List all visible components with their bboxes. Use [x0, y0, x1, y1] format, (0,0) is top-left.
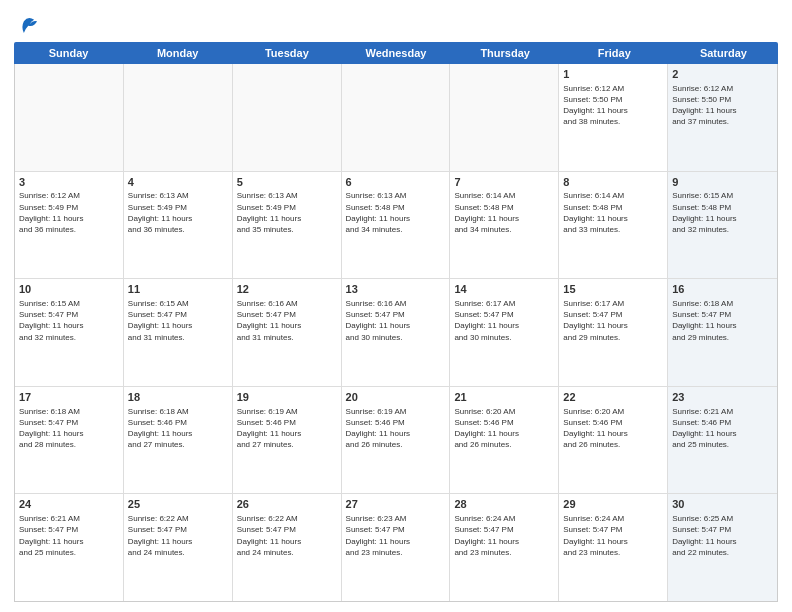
day-number: 12 [237, 282, 337, 297]
calendar-body: 1Sunrise: 6:12 AM Sunset: 5:50 PM Daylig… [14, 64, 778, 602]
calendar-cell: 15Sunrise: 6:17 AM Sunset: 5:47 PM Dayli… [559, 279, 668, 386]
weekday-header: Wednesday [341, 42, 450, 64]
cell-info: Sunrise: 6:17 AM Sunset: 5:47 PM Dayligh… [454, 298, 554, 343]
cell-info: Sunrise: 6:24 AM Sunset: 5:47 PM Dayligh… [454, 513, 554, 558]
calendar-cell: 24Sunrise: 6:21 AM Sunset: 5:47 PM Dayli… [15, 494, 124, 601]
calendar-cell: 1Sunrise: 6:12 AM Sunset: 5:50 PM Daylig… [559, 64, 668, 171]
cell-info: Sunrise: 6:14 AM Sunset: 5:48 PM Dayligh… [454, 190, 554, 235]
day-number: 20 [346, 390, 446, 405]
calendar-cell: 19Sunrise: 6:19 AM Sunset: 5:46 PM Dayli… [233, 387, 342, 494]
cell-info: Sunrise: 6:22 AM Sunset: 5:47 PM Dayligh… [237, 513, 337, 558]
cell-info: Sunrise: 6:12 AM Sunset: 5:50 PM Dayligh… [672, 83, 773, 128]
calendar-cell: 12Sunrise: 6:16 AM Sunset: 5:47 PM Dayli… [233, 279, 342, 386]
calendar-cell: 3Sunrise: 6:12 AM Sunset: 5:49 PM Daylig… [15, 172, 124, 279]
calendar-cell [15, 64, 124, 171]
day-number: 5 [237, 175, 337, 190]
calendar-cell: 21Sunrise: 6:20 AM Sunset: 5:46 PM Dayli… [450, 387, 559, 494]
calendar-cell: 29Sunrise: 6:24 AM Sunset: 5:47 PM Dayli… [559, 494, 668, 601]
day-number: 17 [19, 390, 119, 405]
calendar-cell: 9Sunrise: 6:15 AM Sunset: 5:48 PM Daylig… [668, 172, 777, 279]
day-number: 26 [237, 497, 337, 512]
cell-info: Sunrise: 6:24 AM Sunset: 5:47 PM Dayligh… [563, 513, 663, 558]
day-number: 24 [19, 497, 119, 512]
calendar-row: 10Sunrise: 6:15 AM Sunset: 5:47 PM Dayli… [15, 279, 777, 387]
calendar-cell: 13Sunrise: 6:16 AM Sunset: 5:47 PM Dayli… [342, 279, 451, 386]
day-number: 22 [563, 390, 663, 405]
cell-info: Sunrise: 6:16 AM Sunset: 5:47 PM Dayligh… [346, 298, 446, 343]
calendar-cell: 11Sunrise: 6:15 AM Sunset: 5:47 PM Dayli… [124, 279, 233, 386]
weekday-header: Tuesday [232, 42, 341, 64]
weekday-header: Friday [560, 42, 669, 64]
day-number: 15 [563, 282, 663, 297]
day-number: 23 [672, 390, 773, 405]
cell-info: Sunrise: 6:19 AM Sunset: 5:46 PM Dayligh… [346, 406, 446, 451]
cell-info: Sunrise: 6:21 AM Sunset: 5:46 PM Dayligh… [672, 406, 773, 451]
cell-info: Sunrise: 6:15 AM Sunset: 5:47 PM Dayligh… [19, 298, 119, 343]
day-number: 18 [128, 390, 228, 405]
day-number: 25 [128, 497, 228, 512]
day-number: 30 [672, 497, 773, 512]
cell-info: Sunrise: 6:13 AM Sunset: 5:49 PM Dayligh… [237, 190, 337, 235]
calendar-row: 24Sunrise: 6:21 AM Sunset: 5:47 PM Dayli… [15, 494, 777, 601]
day-number: 1 [563, 67, 663, 82]
calendar-cell: 7Sunrise: 6:14 AM Sunset: 5:48 PM Daylig… [450, 172, 559, 279]
cell-info: Sunrise: 6:16 AM Sunset: 5:47 PM Dayligh… [237, 298, 337, 343]
calendar-cell [233, 64, 342, 171]
cell-info: Sunrise: 6:12 AM Sunset: 5:49 PM Dayligh… [19, 190, 119, 235]
calendar-row: 1Sunrise: 6:12 AM Sunset: 5:50 PM Daylig… [15, 64, 777, 172]
calendar-cell: 10Sunrise: 6:15 AM Sunset: 5:47 PM Dayli… [15, 279, 124, 386]
cell-info: Sunrise: 6:19 AM Sunset: 5:46 PM Dayligh… [237, 406, 337, 451]
day-number: 6 [346, 175, 446, 190]
cell-info: Sunrise: 6:18 AM Sunset: 5:47 PM Dayligh… [672, 298, 773, 343]
page: SundayMondayTuesdayWednesdayThursdayFrid… [0, 0, 792, 612]
calendar-cell: 14Sunrise: 6:17 AM Sunset: 5:47 PM Dayli… [450, 279, 559, 386]
day-number: 19 [237, 390, 337, 405]
weekday-header: Sunday [14, 42, 123, 64]
calendar-cell: 8Sunrise: 6:14 AM Sunset: 5:48 PM Daylig… [559, 172, 668, 279]
day-number: 3 [19, 175, 119, 190]
day-number: 8 [563, 175, 663, 190]
calendar-cell: 23Sunrise: 6:21 AM Sunset: 5:46 PM Dayli… [668, 387, 777, 494]
cell-info: Sunrise: 6:15 AM Sunset: 5:48 PM Dayligh… [672, 190, 773, 235]
header [14, 10, 778, 36]
day-number: 2 [672, 67, 773, 82]
weekday-header: Monday [123, 42, 232, 64]
cell-info: Sunrise: 6:23 AM Sunset: 5:47 PM Dayligh… [346, 513, 446, 558]
day-number: 7 [454, 175, 554, 190]
day-number: 10 [19, 282, 119, 297]
calendar-cell: 22Sunrise: 6:20 AM Sunset: 5:46 PM Dayli… [559, 387, 668, 494]
calendar-cell: 25Sunrise: 6:22 AM Sunset: 5:47 PM Dayli… [124, 494, 233, 601]
calendar-cell: 20Sunrise: 6:19 AM Sunset: 5:46 PM Dayli… [342, 387, 451, 494]
day-number: 28 [454, 497, 554, 512]
calendar: SundayMondayTuesdayWednesdayThursdayFrid… [14, 42, 778, 602]
calendar-cell: 17Sunrise: 6:18 AM Sunset: 5:47 PM Dayli… [15, 387, 124, 494]
day-number: 21 [454, 390, 554, 405]
calendar-cell: 5Sunrise: 6:13 AM Sunset: 5:49 PM Daylig… [233, 172, 342, 279]
day-number: 29 [563, 497, 663, 512]
cell-info: Sunrise: 6:22 AM Sunset: 5:47 PM Dayligh… [128, 513, 228, 558]
day-number: 9 [672, 175, 773, 190]
cell-info: Sunrise: 6:13 AM Sunset: 5:48 PM Dayligh… [346, 190, 446, 235]
calendar-cell: 26Sunrise: 6:22 AM Sunset: 5:47 PM Dayli… [233, 494, 342, 601]
cell-info: Sunrise: 6:12 AM Sunset: 5:50 PM Dayligh… [563, 83, 663, 128]
day-number: 11 [128, 282, 228, 297]
calendar-cell: 6Sunrise: 6:13 AM Sunset: 5:48 PM Daylig… [342, 172, 451, 279]
day-number: 4 [128, 175, 228, 190]
cell-info: Sunrise: 6:20 AM Sunset: 5:46 PM Dayligh… [454, 406, 554, 451]
cell-info: Sunrise: 6:21 AM Sunset: 5:47 PM Dayligh… [19, 513, 119, 558]
calendar-header: SundayMondayTuesdayWednesdayThursdayFrid… [14, 42, 778, 64]
calendar-cell: 18Sunrise: 6:18 AM Sunset: 5:46 PM Dayli… [124, 387, 233, 494]
calendar-cell [450, 64, 559, 171]
cell-info: Sunrise: 6:20 AM Sunset: 5:46 PM Dayligh… [563, 406, 663, 451]
day-number: 13 [346, 282, 446, 297]
calendar-cell: 2Sunrise: 6:12 AM Sunset: 5:50 PM Daylig… [668, 64, 777, 171]
cell-info: Sunrise: 6:14 AM Sunset: 5:48 PM Dayligh… [563, 190, 663, 235]
calendar-cell: 28Sunrise: 6:24 AM Sunset: 5:47 PM Dayli… [450, 494, 559, 601]
day-number: 14 [454, 282, 554, 297]
cell-info: Sunrise: 6:15 AM Sunset: 5:47 PM Dayligh… [128, 298, 228, 343]
calendar-row: 3Sunrise: 6:12 AM Sunset: 5:49 PM Daylig… [15, 172, 777, 280]
calendar-cell: 4Sunrise: 6:13 AM Sunset: 5:49 PM Daylig… [124, 172, 233, 279]
weekday-header: Thursday [451, 42, 560, 64]
day-number: 16 [672, 282, 773, 297]
cell-info: Sunrise: 6:13 AM Sunset: 5:49 PM Dayligh… [128, 190, 228, 235]
